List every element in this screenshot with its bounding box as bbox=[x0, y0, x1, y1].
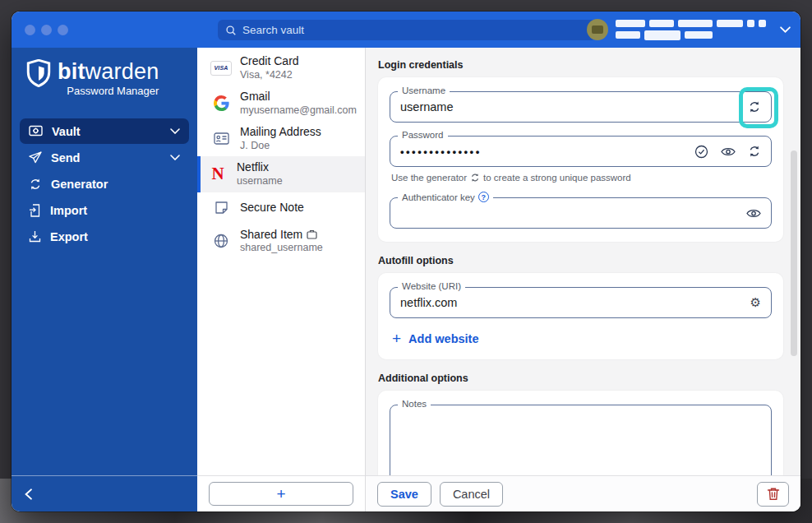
chevron-down-icon bbox=[170, 128, 180, 134]
netflix-icon: N bbox=[211, 165, 224, 183]
minimize-window-button[interactable] bbox=[41, 25, 52, 35]
website-uri-value: netflix.com bbox=[400, 296, 457, 309]
item-subtitle: Visa, *4242 bbox=[240, 69, 299, 82]
list-item-credit-card[interactable]: VISA Credit Card Visa, *4242 bbox=[197, 50, 365, 86]
detail-scrollbar-thumb[interactable] bbox=[791, 150, 797, 356]
item-title: Shared Item bbox=[240, 228, 323, 243]
list-item-mailing-address[interactable]: Mailing Address J. Doe bbox=[197, 121, 365, 156]
list-item-netflix-selected[interactable]: N Netflix username bbox=[197, 156, 365, 192]
sidebar-item-send[interactable]: Send bbox=[20, 145, 189, 170]
save-button[interactable]: Save bbox=[377, 482, 431, 507]
sidebar-item-label: Send bbox=[51, 151, 80, 164]
uri-match-settings-icon[interactable]: ⚙ bbox=[750, 297, 761, 309]
item-title: Mailing Address bbox=[240, 125, 321, 140]
generator-icon bbox=[29, 178, 42, 191]
trash-icon bbox=[767, 487, 780, 501]
sidebar-item-label: Vault bbox=[52, 125, 81, 138]
item-title: Netflix bbox=[237, 160, 283, 175]
sidebar: bitwarden Password Manager Vault bbox=[12, 48, 197, 511]
bitwarden-window: Search vault bbox=[12, 12, 800, 511]
desktop-background: Search vault bbox=[0, 0, 812, 523]
account-name-redacted bbox=[616, 20, 766, 40]
zoom-window-button[interactable] bbox=[58, 25, 68, 35]
list-item-gmail[interactable]: Gmail myusername@gmail.com bbox=[197, 86, 365, 121]
sidebar-item-label: Export bbox=[50, 230, 88, 243]
search-icon bbox=[225, 25, 237, 36]
google-icon bbox=[214, 95, 229, 111]
cancel-button[interactable]: Cancel bbox=[440, 482, 503, 507]
item-title: Credit Card bbox=[240, 54, 299, 69]
collapse-sidebar-icon[interactable] bbox=[25, 488, 32, 500]
help-icon[interactable]: ? bbox=[478, 192, 489, 202]
bitwarden-logo: bitwarden Password Manager bbox=[12, 48, 197, 97]
sidebar-footer bbox=[12, 475, 197, 511]
add-website-label: Add website bbox=[408, 332, 478, 345]
titlebar: Search vault bbox=[12, 12, 800, 48]
id-card-icon bbox=[214, 132, 229, 145]
item-detail-panel: Login credentials Username username bbox=[366, 48, 800, 511]
account-chevron-down-icon bbox=[780, 26, 791, 33]
close-window-button[interactable] bbox=[25, 25, 35, 35]
detail-footer: Save Cancel bbox=[366, 475, 800, 511]
sidebar-item-label: Generator bbox=[51, 178, 108, 191]
password-field[interactable]: Password •••••••••••••• bbox=[390, 136, 772, 167]
item-subtitle: myusername@gmail.com bbox=[240, 104, 357, 118]
export-icon bbox=[29, 230, 41, 243]
additional-options-header: Additional options bbox=[378, 373, 783, 384]
logo-wordmark: bitwarden bbox=[58, 59, 159, 84]
generate-username-icon[interactable] bbox=[748, 100, 761, 113]
logo-subtitle: Password Manager bbox=[58, 85, 159, 97]
login-credentials-card: Username username bbox=[378, 77, 783, 242]
account-menu[interactable] bbox=[587, 12, 791, 48]
password-label: Password bbox=[398, 130, 448, 140]
authenticator-key-field[interactable]: Authenticator key ? bbox=[390, 197, 772, 229]
detail-scroll-area: Login credentials Username username bbox=[366, 48, 800, 475]
sidebar-item-import[interactable]: Import bbox=[20, 197, 189, 223]
toggle-totp-visibility-icon[interactable] bbox=[746, 208, 761, 219]
sidebar-item-vault[interactable]: Vault bbox=[20, 118, 189, 144]
chevron-down-icon bbox=[170, 155, 180, 160]
globe-icon bbox=[214, 234, 228, 248]
sidebar-item-export[interactable]: Export bbox=[20, 224, 189, 249]
list-footer: + bbox=[197, 475, 365, 511]
secure-note-icon bbox=[215, 201, 228, 215]
autofill-options-card: Website (URI) netflix.com ⚙ + Add websit… bbox=[378, 273, 783, 359]
authenticator-key-label: Authenticator key bbox=[402, 192, 475, 202]
notes-label: Notes bbox=[398, 399, 431, 409]
add-website-button[interactable]: + Add website bbox=[390, 331, 772, 346]
plus-icon: + bbox=[392, 331, 401, 346]
list-item-shared-item[interactable]: Shared Item shared_username bbox=[197, 224, 365, 259]
item-subtitle: shared_username bbox=[240, 242, 323, 255]
toggle-password-visibility-icon[interactable] bbox=[721, 146, 736, 157]
website-uri-label: Website (URI) bbox=[398, 281, 465, 291]
autofill-options-header: Autofill options bbox=[378, 255, 783, 266]
generate-password-icon[interactable] bbox=[748, 145, 761, 158]
vault-icon bbox=[29, 125, 43, 137]
add-item-button[interactable]: + bbox=[209, 482, 353, 506]
generator-inline-icon bbox=[470, 173, 480, 183]
username-value: username bbox=[400, 100, 453, 113]
website-uri-field[interactable]: Website (URI) netflix.com ⚙ bbox=[390, 287, 772, 318]
window-controls bbox=[25, 25, 68, 35]
main-area: bitwarden Password Manager Vault bbox=[12, 48, 800, 511]
sidebar-item-generator[interactable]: Generator bbox=[20, 171, 189, 197]
search-input[interactable]: Search vault bbox=[218, 20, 596, 40]
delete-item-button[interactable] bbox=[757, 482, 789, 507]
collection-icon bbox=[307, 229, 317, 239]
generator-hint: Use the generator to create a strong uni… bbox=[390, 173, 772, 183]
login-credentials-header: Login credentials bbox=[378, 59, 783, 71]
bitwarden-shield-icon bbox=[26, 59, 51, 87]
send-icon bbox=[29, 151, 42, 164]
vault-item-list: VISA Credit Card Visa, *4242 bbox=[197, 48, 366, 511]
notes-field[interactable]: Notes bbox=[390, 405, 772, 475]
check-password-icon[interactable] bbox=[694, 145, 708, 159]
avatar bbox=[587, 19, 608, 40]
item-subtitle: J. Doe bbox=[240, 140, 321, 153]
list-item-secure-note[interactable]: Secure Note bbox=[197, 192, 365, 224]
item-title: Gmail bbox=[240, 90, 357, 104]
username-field[interactable]: Username username bbox=[390, 91, 772, 123]
visa-card-icon: VISA bbox=[210, 61, 232, 76]
username-label: Username bbox=[398, 86, 450, 95]
additional-options-card: Notes bbox=[378, 391, 783, 475]
item-subtitle: username bbox=[237, 175, 283, 188]
